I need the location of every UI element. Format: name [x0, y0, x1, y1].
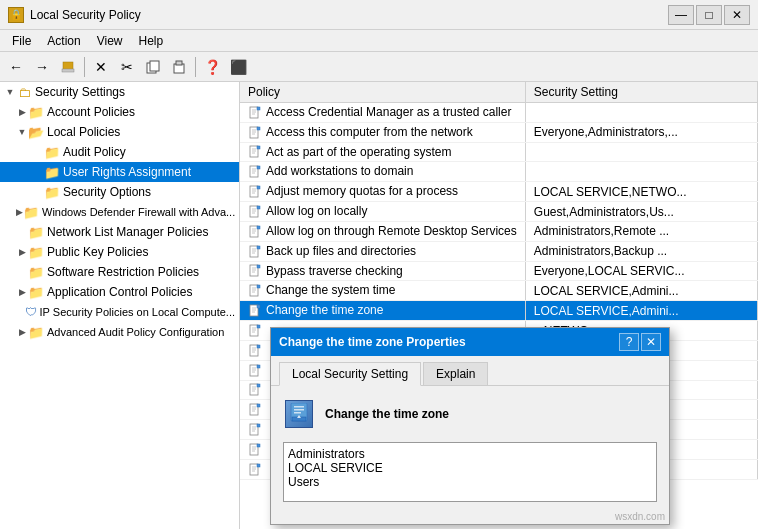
member-item: LOCAL SERVICE — [288, 461, 652, 475]
tree-item-account-policies[interactable]: ▶ 📁 Account Policies — [0, 102, 239, 122]
folder-icon: 📁 — [44, 144, 60, 160]
minimize-button[interactable]: — — [668, 5, 694, 25]
svg-rect-65 — [257, 325, 260, 328]
dialog-policy-header: Change the time zone — [283, 398, 657, 430]
folder-icon: 📁 — [28, 244, 44, 260]
tree-label: IP Security Policies on Local Compute... — [40, 306, 235, 318]
dialog-close-button[interactable]: ✕ — [641, 333, 661, 351]
folder-icon: 📁 — [23, 204, 39, 220]
policy-row-icon — [248, 106, 262, 120]
col-header-policy: Policy — [240, 82, 525, 103]
member-item: Users — [288, 475, 652, 489]
menu-action[interactable]: Action — [39, 32, 88, 50]
forward-button[interactable]: → — [30, 55, 54, 79]
tree-item-advanced-audit[interactable]: ▶ 📁 Advanced Audit Policy Configuration — [0, 322, 239, 342]
svg-rect-15 — [257, 127, 260, 130]
folder-icon: 📁 — [44, 184, 60, 200]
table-row[interactable]: Act as part of the operating system — [240, 142, 758, 162]
app-title: Local Security Policy — [30, 8, 141, 22]
folder-icon: 📂 — [28, 124, 44, 140]
setting-cell: Administrators,Remote ... — [525, 221, 757, 241]
table-row[interactable]: Allow log on through Remote Desktop Serv… — [240, 221, 758, 241]
cut-button[interactable]: ✂ — [115, 55, 139, 79]
menu-file[interactable]: File — [4, 32, 39, 50]
policy-cell: Change the time zone — [240, 301, 525, 321]
tab-local-security-setting[interactable]: Local Security Setting — [279, 362, 421, 386]
delete-button[interactable]: ✕ — [89, 55, 113, 79]
app-icon: 🔒 — [8, 7, 24, 23]
tree-label: Account Policies — [47, 105, 135, 119]
table-row[interactable]: Back up files and directoriesAdministrat… — [240, 241, 758, 261]
properties-button[interactable]: ⬛ — [226, 55, 250, 79]
svg-rect-95 — [257, 444, 260, 447]
tree-item-user-rights[interactable]: 📁 User Rights Assignment — [0, 162, 239, 182]
policy-row-icon — [248, 284, 262, 298]
paste-button[interactable] — [167, 55, 191, 79]
dialog-help-button[interactable]: ? — [619, 333, 639, 351]
tree-item-audit-policy[interactable]: 📁 Audit Policy — [0, 142, 239, 162]
close-button[interactable]: ✕ — [724, 5, 750, 25]
policy-cell: Back up files and directories — [240, 241, 525, 261]
svg-rect-45 — [257, 246, 260, 249]
svg-rect-20 — [257, 146, 260, 149]
table-row[interactable]: Add workstations to domain — [240, 162, 758, 182]
svg-rect-105 — [294, 412, 301, 414]
policy-cell: Change the system time — [240, 281, 525, 301]
tree-arrow: ▼ — [16, 127, 28, 137]
toolbar: ← → ✕ ✂ ❓ ⬛ — [0, 52, 758, 82]
tree-label: Security Settings — [35, 85, 125, 99]
maximize-button[interactable]: □ — [696, 5, 722, 25]
help-button[interactable]: ❓ — [200, 55, 224, 79]
up-button[interactable] — [56, 55, 80, 79]
policy-cell: Allow log on locally — [240, 202, 525, 222]
policy-row-icon — [248, 225, 262, 239]
policy-row-icon — [248, 364, 262, 378]
policy-row-icon — [248, 463, 262, 477]
dialog-tabs: Local Security Setting Explain — [271, 356, 669, 386]
dialog-title: Change the time zone Properties — [279, 335, 466, 349]
tree-item-software-restriction[interactable]: 📁 Software Restriction Policies — [0, 262, 239, 282]
tree-item-security-options[interactable]: 📁 Security Options — [0, 182, 239, 202]
svg-rect-25 — [257, 166, 260, 169]
tree-label: Public Key Policies — [47, 245, 148, 259]
table-row[interactable]: Change the system timeLOCAL SERVICE,Admi… — [240, 281, 758, 301]
tree-item-app-control[interactable]: ▶ 📁 Application Control Policies — [0, 282, 239, 302]
svg-rect-50 — [257, 265, 260, 268]
table-row[interactable]: Change the time zoneLOCAL SERVICE,Admini… — [240, 301, 758, 321]
policy-row-icon — [248, 264, 262, 278]
properties-dialog[interactable]: Change the time zone Properties ? ✕ Loca… — [270, 327, 670, 525]
tree-item-public-key[interactable]: ▶ 📁 Public Key Policies — [0, 242, 239, 262]
toolbar-sep-1 — [84, 57, 85, 77]
tab-explain[interactable]: Explain — [423, 362, 488, 385]
tree-item-security-settings[interactable]: ▼ 🗀 Security Settings — [0, 82, 239, 102]
policy-members-box[interactable]: AdministratorsLOCAL SERVICEUsers — [283, 442, 657, 502]
menu-help[interactable]: Help — [131, 32, 172, 50]
dialog-title-bar: Change the time zone Properties ? ✕ — [271, 328, 669, 356]
copy-button[interactable] — [141, 55, 165, 79]
menu-view[interactable]: View — [89, 32, 131, 50]
tree-item-local-policies[interactable]: ▼ 📂 Local Policies — [0, 122, 239, 142]
table-row[interactable]: Allow log on locallyGuest,Administrators… — [240, 202, 758, 222]
policy-cell: Access this computer from the network — [240, 122, 525, 142]
back-button[interactable]: ← — [4, 55, 28, 79]
tree-item-network-list[interactable]: 📁 Network List Manager Policies — [0, 222, 239, 242]
table-row[interactable]: Bypass traverse checkingEveryone,LOCAL S… — [240, 261, 758, 281]
table-row[interactable]: Access Credential Manager as a trusted c… — [240, 103, 758, 123]
svg-rect-55 — [257, 285, 260, 288]
shield-icon: 🛡 — [25, 304, 37, 320]
folder-icon: 📁 — [28, 264, 44, 280]
policy-row-icon — [248, 443, 262, 457]
svg-rect-10 — [257, 107, 260, 110]
svg-rect-35 — [257, 206, 260, 209]
svg-rect-40 — [257, 226, 260, 229]
tree-view: ▼ 🗀 Security Settings ▶ 📁 Account Polici… — [0, 82, 239, 529]
tree-arrow: ▶ — [16, 107, 28, 117]
tree-item-ip-security[interactable]: 🛡 IP Security Policies on Local Compute.… — [0, 302, 239, 322]
table-row[interactable]: Access this computer from the networkEve… — [240, 122, 758, 142]
tree-item-firewall[interactable]: ▶ 📁 Windows Defender Firewall with Adva.… — [0, 202, 239, 222]
policy-cell: Bypass traverse checking — [240, 261, 525, 281]
table-row[interactable]: Adjust memory quotas for a processLOCAL … — [240, 182, 758, 202]
member-item: Administrators — [288, 447, 652, 461]
setting-cell — [525, 162, 757, 182]
col-header-setting: Security Setting — [525, 82, 757, 103]
